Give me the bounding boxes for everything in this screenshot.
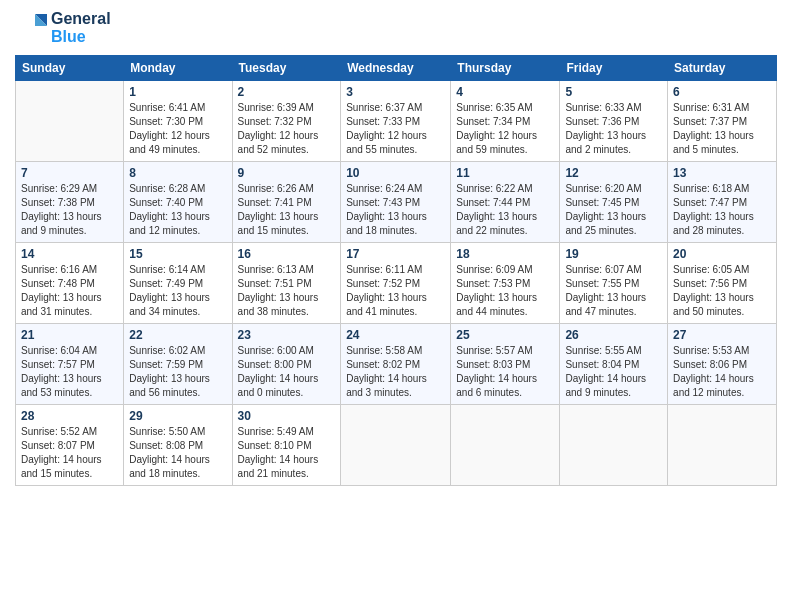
day-info: Sunrise: 6:41 AM Sunset: 7:30 PM Dayligh… bbox=[129, 101, 226, 157]
calendar-cell: 3Sunrise: 6:37 AM Sunset: 7:33 PM Daylig… bbox=[341, 80, 451, 161]
calendar-cell: 19Sunrise: 6:07 AM Sunset: 7:55 PM Dayli… bbox=[560, 242, 668, 323]
day-number: 7 bbox=[21, 166, 118, 180]
calendar-cell: 27Sunrise: 5:53 AM Sunset: 8:06 PM Dayli… bbox=[668, 323, 777, 404]
calendar-cell: 6Sunrise: 6:31 AM Sunset: 7:37 PM Daylig… bbox=[668, 80, 777, 161]
calendar-cell bbox=[668, 404, 777, 485]
day-info: Sunrise: 5:49 AM Sunset: 8:10 PM Dayligh… bbox=[238, 425, 336, 481]
day-number: 12 bbox=[565, 166, 662, 180]
day-info: Sunrise: 6:00 AM Sunset: 8:00 PM Dayligh… bbox=[238, 344, 336, 400]
day-number: 29 bbox=[129, 409, 226, 423]
calendar-body: 1Sunrise: 6:41 AM Sunset: 7:30 PM Daylig… bbox=[16, 80, 777, 485]
day-info: Sunrise: 6:37 AM Sunset: 7:33 PM Dayligh… bbox=[346, 101, 445, 157]
day-info: Sunrise: 5:50 AM Sunset: 8:08 PM Dayligh… bbox=[129, 425, 226, 481]
day-number: 11 bbox=[456, 166, 554, 180]
days-header-row: SundayMondayTuesdayWednesdayThursdayFrid… bbox=[16, 55, 777, 80]
calendar-cell: 14Sunrise: 6:16 AM Sunset: 7:48 PM Dayli… bbox=[16, 242, 124, 323]
week-row-5: 28Sunrise: 5:52 AM Sunset: 8:07 PM Dayli… bbox=[16, 404, 777, 485]
day-info: Sunrise: 6:35 AM Sunset: 7:34 PM Dayligh… bbox=[456, 101, 554, 157]
day-info: Sunrise: 5:57 AM Sunset: 8:03 PM Dayligh… bbox=[456, 344, 554, 400]
day-info: Sunrise: 6:11 AM Sunset: 7:52 PM Dayligh… bbox=[346, 263, 445, 319]
day-number: 26 bbox=[565, 328, 662, 342]
day-number: 27 bbox=[673, 328, 771, 342]
day-info: Sunrise: 5:58 AM Sunset: 8:02 PM Dayligh… bbox=[346, 344, 445, 400]
calendar-cell: 13Sunrise: 6:18 AM Sunset: 7:47 PM Dayli… bbox=[668, 161, 777, 242]
week-row-4: 21Sunrise: 6:04 AM Sunset: 7:57 PM Dayli… bbox=[16, 323, 777, 404]
calendar-cell: 15Sunrise: 6:14 AM Sunset: 7:49 PM Dayli… bbox=[124, 242, 232, 323]
calendar-cell: 29Sunrise: 5:50 AM Sunset: 8:08 PM Dayli… bbox=[124, 404, 232, 485]
week-row-2: 7Sunrise: 6:29 AM Sunset: 7:38 PM Daylig… bbox=[16, 161, 777, 242]
calendar-cell: 18Sunrise: 6:09 AM Sunset: 7:53 PM Dayli… bbox=[451, 242, 560, 323]
page-header: General Blue bbox=[15, 10, 777, 47]
day-info: Sunrise: 5:53 AM Sunset: 8:06 PM Dayligh… bbox=[673, 344, 771, 400]
day-info: Sunrise: 6:05 AM Sunset: 7:56 PM Dayligh… bbox=[673, 263, 771, 319]
day-number: 20 bbox=[673, 247, 771, 261]
day-info: Sunrise: 6:28 AM Sunset: 7:40 PM Dayligh… bbox=[129, 182, 226, 238]
day-info: Sunrise: 6:29 AM Sunset: 7:38 PM Dayligh… bbox=[21, 182, 118, 238]
day-number: 8 bbox=[129, 166, 226, 180]
logo-text-general: General bbox=[51, 10, 111, 28]
day-number: 15 bbox=[129, 247, 226, 261]
calendar-cell: 26Sunrise: 5:55 AM Sunset: 8:04 PM Dayli… bbox=[560, 323, 668, 404]
calendar-cell bbox=[341, 404, 451, 485]
calendar-cell: 22Sunrise: 6:02 AM Sunset: 7:59 PM Dayli… bbox=[124, 323, 232, 404]
logo-text-blue: Blue bbox=[51, 28, 111, 46]
day-info: Sunrise: 6:33 AM Sunset: 7:36 PM Dayligh… bbox=[565, 101, 662, 157]
calendar-header: SundayMondayTuesdayWednesdayThursdayFrid… bbox=[16, 55, 777, 80]
day-info: Sunrise: 5:52 AM Sunset: 8:07 PM Dayligh… bbox=[21, 425, 118, 481]
day-number: 14 bbox=[21, 247, 118, 261]
calendar-cell: 4Sunrise: 6:35 AM Sunset: 7:34 PM Daylig… bbox=[451, 80, 560, 161]
day-number: 18 bbox=[456, 247, 554, 261]
logo: General Blue bbox=[15, 10, 111, 47]
day-info: Sunrise: 6:09 AM Sunset: 7:53 PM Dayligh… bbox=[456, 263, 554, 319]
day-info: Sunrise: 6:26 AM Sunset: 7:41 PM Dayligh… bbox=[238, 182, 336, 238]
calendar-cell: 10Sunrise: 6:24 AM Sunset: 7:43 PM Dayli… bbox=[341, 161, 451, 242]
calendar-table: SundayMondayTuesdayWednesdayThursdayFrid… bbox=[15, 55, 777, 486]
day-info: Sunrise: 6:31 AM Sunset: 7:37 PM Dayligh… bbox=[673, 101, 771, 157]
day-info: Sunrise: 6:20 AM Sunset: 7:45 PM Dayligh… bbox=[565, 182, 662, 238]
calendar-cell: 1Sunrise: 6:41 AM Sunset: 7:30 PM Daylig… bbox=[124, 80, 232, 161]
day-number: 13 bbox=[673, 166, 771, 180]
day-header-friday: Friday bbox=[560, 55, 668, 80]
calendar-cell: 5Sunrise: 6:33 AM Sunset: 7:36 PM Daylig… bbox=[560, 80, 668, 161]
day-number: 2 bbox=[238, 85, 336, 99]
logo-icon bbox=[15, 10, 47, 42]
day-info: Sunrise: 6:24 AM Sunset: 7:43 PM Dayligh… bbox=[346, 182, 445, 238]
day-header-tuesday: Tuesday bbox=[232, 55, 341, 80]
day-info: Sunrise: 6:07 AM Sunset: 7:55 PM Dayligh… bbox=[565, 263, 662, 319]
day-number: 30 bbox=[238, 409, 336, 423]
calendar-cell: 2Sunrise: 6:39 AM Sunset: 7:32 PM Daylig… bbox=[232, 80, 341, 161]
day-number: 9 bbox=[238, 166, 336, 180]
day-number: 21 bbox=[21, 328, 118, 342]
page-container: General Blue SundayMondayTuesdayWednesda… bbox=[0, 0, 792, 496]
day-header-monday: Monday bbox=[124, 55, 232, 80]
calendar-cell: 11Sunrise: 6:22 AM Sunset: 7:44 PM Dayli… bbox=[451, 161, 560, 242]
day-number: 1 bbox=[129, 85, 226, 99]
day-info: Sunrise: 6:39 AM Sunset: 7:32 PM Dayligh… bbox=[238, 101, 336, 157]
day-number: 19 bbox=[565, 247, 662, 261]
day-header-sunday: Sunday bbox=[16, 55, 124, 80]
day-number: 17 bbox=[346, 247, 445, 261]
day-info: Sunrise: 6:14 AM Sunset: 7:49 PM Dayligh… bbox=[129, 263, 226, 319]
day-info: Sunrise: 6:02 AM Sunset: 7:59 PM Dayligh… bbox=[129, 344, 226, 400]
day-header-thursday: Thursday bbox=[451, 55, 560, 80]
day-info: Sunrise: 6:04 AM Sunset: 7:57 PM Dayligh… bbox=[21, 344, 118, 400]
calendar-cell bbox=[451, 404, 560, 485]
calendar-cell: 7Sunrise: 6:29 AM Sunset: 7:38 PM Daylig… bbox=[16, 161, 124, 242]
calendar-cell: 16Sunrise: 6:13 AM Sunset: 7:51 PM Dayli… bbox=[232, 242, 341, 323]
week-row-1: 1Sunrise: 6:41 AM Sunset: 7:30 PM Daylig… bbox=[16, 80, 777, 161]
day-info: Sunrise: 5:55 AM Sunset: 8:04 PM Dayligh… bbox=[565, 344, 662, 400]
day-number: 16 bbox=[238, 247, 336, 261]
day-number: 25 bbox=[456, 328, 554, 342]
day-info: Sunrise: 6:18 AM Sunset: 7:47 PM Dayligh… bbox=[673, 182, 771, 238]
day-info: Sunrise: 6:22 AM Sunset: 7:44 PM Dayligh… bbox=[456, 182, 554, 238]
calendar-cell: 30Sunrise: 5:49 AM Sunset: 8:10 PM Dayli… bbox=[232, 404, 341, 485]
day-number: 4 bbox=[456, 85, 554, 99]
calendar-cell: 23Sunrise: 6:00 AM Sunset: 8:00 PM Dayli… bbox=[232, 323, 341, 404]
calendar-cell: 21Sunrise: 6:04 AM Sunset: 7:57 PM Dayli… bbox=[16, 323, 124, 404]
calendar-cell: 20Sunrise: 6:05 AM Sunset: 7:56 PM Dayli… bbox=[668, 242, 777, 323]
day-number: 28 bbox=[21, 409, 118, 423]
day-number: 10 bbox=[346, 166, 445, 180]
calendar-cell: 17Sunrise: 6:11 AM Sunset: 7:52 PM Dayli… bbox=[341, 242, 451, 323]
day-number: 23 bbox=[238, 328, 336, 342]
calendar-cell: 24Sunrise: 5:58 AM Sunset: 8:02 PM Dayli… bbox=[341, 323, 451, 404]
